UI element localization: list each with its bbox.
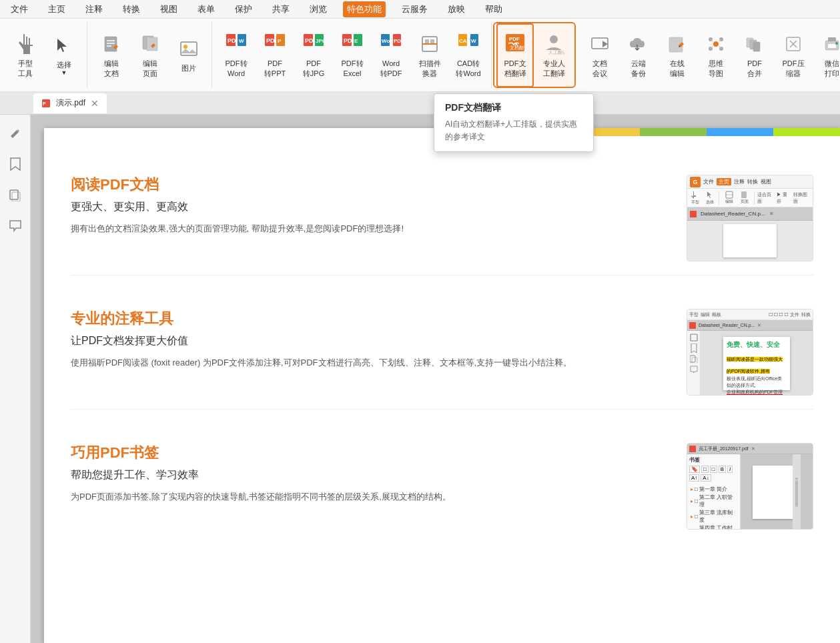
svg-text:P: P [278, 38, 282, 44]
svg-text:PDF: PDF [509, 36, 520, 42]
band-green [640, 128, 707, 136]
tooltip-desc: AI自动文档翻译+人工排版，提供实惠的参考译文 [445, 118, 582, 143]
mindmap-icon [704, 32, 728, 56]
image-label: 图片 [181, 63, 196, 73]
menu-protect[interactable]: 保护 [231, 1, 256, 17]
section-annotate-image: 手型 编辑 顺板 □ □ □ □ 文件 转换 [687, 309, 813, 396]
tab-label: 演示.pdf [56, 97, 85, 109]
menu-convert[interactable]: 转换 [119, 1, 144, 17]
svg-rect-76 [741, 191, 747, 198]
svg-text:文档翻译: 文档翻译 [510, 45, 526, 50]
sidebar-edit-button[interactable] [3, 121, 27, 145]
cloud-backup-button[interactable]: 云端备份 [620, 23, 657, 87]
meeting-label: 文档会议 [592, 59, 607, 78]
pdf-compress-button[interactable]: PDF压缩器 [775, 23, 812, 87]
svg-text:JPG: JPG [316, 38, 324, 44]
edit-doc-icon [99, 32, 123, 56]
sidebar-comment-button[interactable] [3, 213, 27, 237]
online-edit-icon [665, 32, 689, 56]
wechat-print-button[interactable]: 微信打印 [813, 23, 840, 87]
section-bookmark-text: 巧用PDF书签 帮助您提升工作、学习效率 为PDF页面添加书签,除了实现内容的快… [71, 443, 667, 530]
svg-rect-72 [10, 190, 18, 199]
menu-form[interactable]: 表单 [193, 1, 219, 17]
manual-translate-icon: 人工翻译 [542, 32, 566, 56]
scan-button[interactable]: 扫描件换器 [411, 23, 448, 87]
menu-view[interactable]: 视图 [156, 1, 181, 17]
tab-close-button[interactable]: ✕ [91, 98, 99, 109]
pdf-jpg-icon: PDF → JPG [302, 32, 326, 56]
pdf-viewer[interactable]: 阅读PDF文档 更强大、更实用、更高效 拥有出色的文档渲染效果,强大的页面管理功… [44, 128, 840, 643]
edit-page-button[interactable]: 编辑页面 [131, 23, 169, 87]
svg-rect-5 [147, 37, 157, 51]
pdf-to-excel-button[interactable]: PDF → E PDF转Excel [334, 23, 371, 87]
menu-share[interactable]: 共享 [268, 1, 294, 17]
sidebar-bookmark-button[interactable] [3, 152, 27, 176]
section-bookmark: 巧用PDF书签 帮助您提升工作、学习效率 为PDF页面添加书签,除了实现内容的快… [71, 430, 813, 543]
tooltip-title: PDF文档翻译 [445, 102, 582, 114]
menu-help[interactable]: 帮助 [481, 1, 506, 17]
svg-text:人工翻译: 人工翻译 [548, 50, 564, 55]
svg-point-50 [713, 41, 719, 47]
online-edit-button[interactable]: 在线编辑 [659, 23, 696, 87]
edit-page-label: 编辑页面 [143, 59, 157, 78]
svg-rect-64 [828, 44, 836, 48]
svg-rect-79 [691, 334, 697, 341]
scan-label: 扫描件换器 [419, 59, 441, 78]
pdf-word-label: PDF转Word [226, 59, 248, 78]
doc-meeting-button[interactable]: 文档会议 [581, 23, 618, 87]
select-tool-button[interactable]: 选择 ▼ [45, 23, 83, 87]
section-read-image: G 文件 主页 注释 转换 视图 手型 [687, 175, 813, 261]
cloud-label: 云端备份 [631, 59, 646, 78]
manual-translate-label: 专业人工翻译 [543, 59, 565, 78]
pdf-merge-icon [743, 32, 767, 56]
wechat-print-label: 微信打印 [825, 59, 839, 78]
menu-features[interactable]: 特色功能 [343, 1, 386, 17]
doc-tools-group: 文档会议 云端备份 在线编辑 [577, 22, 840, 88]
pdf-compress-label: PDF压缩器 [783, 59, 805, 78]
image-icon [177, 37, 201, 61]
sidebar-pages-button[interactable] [3, 183, 27, 207]
svg-rect-65 [828, 37, 836, 41]
section-annotate-desc: 使用福昕PDF阅读器 (foxit reader) 为PDF文件添加注释,可对P… [71, 355, 667, 370]
svg-text:PDF: PDF [394, 38, 402, 44]
pdf-translate-button[interactable]: PDF 文档翻译 PDF文档翻译 [496, 23, 534, 87]
mindmap-button[interactable]: 思维导图 [697, 23, 735, 87]
scan-icon [418, 32, 442, 56]
menu-file[interactable]: 文件 [7, 1, 32, 17]
word-to-pdf-button[interactable]: Word → PDF Word转PDF [372, 23, 410, 87]
svg-point-45 [550, 35, 558, 43]
hand-icon [13, 32, 37, 56]
cad-label: CAD转转Word [456, 59, 480, 78]
pdf-convert-group: PDF → W PDF转Word PDF → P PDF转PPT [214, 22, 492, 88]
menu-home[interactable]: 主页 [44, 1, 69, 17]
section-read: 阅读PDF文档 更强大、更实用、更高效 拥有出色的文档渲染效果,强大的页面管理功… [71, 161, 813, 275]
pdf-merge-button[interactable]: PDF合并 [736, 23, 773, 87]
pdf-to-jpg-button[interactable]: PDF → JPG PDF转JPG [295, 23, 332, 87]
section-read-subtitle: 更强大、更实用、更高效 [71, 200, 667, 214]
pdf-excel-label: PDF转Excel [342, 59, 364, 78]
pdf-tab-icon: P [41, 99, 51, 108]
svg-rect-77 [690, 211, 697, 217]
menu-annotation[interactable]: 注释 [81, 1, 107, 17]
pdf-to-ppt-button[interactable]: PDF → P PDF转PPT [256, 23, 294, 87]
menu-browse[interactable]: 浏览 [306, 1, 331, 17]
section-annotate-title: 专业的注释工具 [71, 309, 667, 329]
svg-rect-78 [689, 322, 696, 329]
image-button[interactable]: 图片 [170, 23, 207, 87]
menu-cloud[interactable]: 云服务 [398, 1, 432, 17]
svg-rect-82 [689, 446, 696, 452]
hand-tool-button[interactable]: 手型工具 [7, 23, 44, 87]
pdf-file-icon [690, 211, 697, 217]
manual-translate-button[interactable]: 人工翻译 专业人工翻译 [535, 23, 572, 87]
section-bookmark-subtitle: 帮助您提升工作、学习效率 [71, 468, 667, 482]
cad-to-word-button[interactable]: CAD → W CAD转转Word [450, 23, 487, 87]
pdf-to-word-button[interactable]: PDF → W PDF转Word [218, 23, 255, 87]
main-content: 阅读PDF文档 更强大、更实用、更高效 拥有出色的文档渲染效果,强大的页面管理功… [31, 115, 840, 643]
edit-doc-button[interactable]: 编辑文档 [93, 23, 130, 87]
menu-slideshow[interactable]: 放映 [444, 1, 469, 17]
word-pdf-label: Word转PDF [380, 59, 402, 78]
left-sidebar [0, 115, 31, 643]
cad-icon: CAD → W [456, 32, 480, 56]
edit-page-icon [138, 32, 162, 56]
tab-pdf[interactable]: P 演示.pdf ✕ [33, 93, 107, 113]
